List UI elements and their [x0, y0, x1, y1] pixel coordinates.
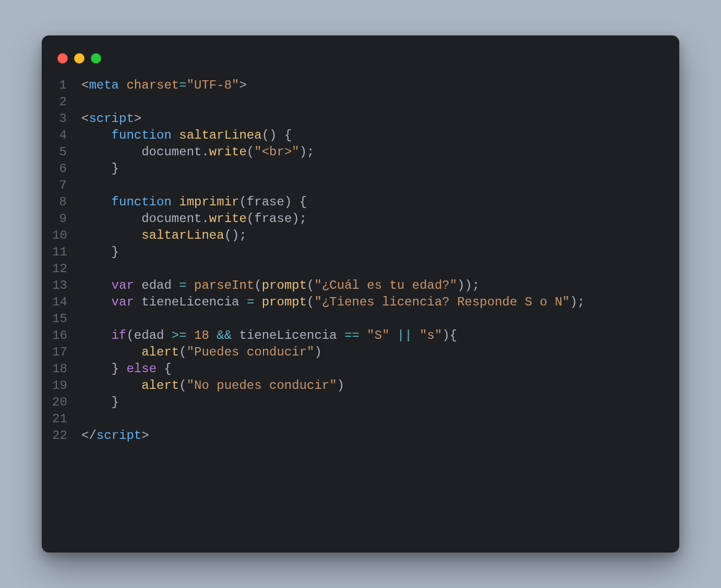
line-content[interactable] — [81, 261, 660, 277]
line-content[interactable]: <script> — [81, 111, 660, 127]
line-number: 20 — [52, 394, 81, 411]
line-content[interactable] — [81, 94, 660, 111]
line-number: 1 — [52, 77, 81, 94]
code-editor-window: 1<meta charset="UTF-8">23<script>4 funct… — [42, 35, 679, 553]
code-line[interactable]: 20 } — [52, 394, 660, 411]
line-number: 9 — [52, 211, 81, 227]
line-content[interactable]: function saltarLinea() { — [81, 127, 660, 144]
close-icon[interactable] — [57, 53, 68, 64]
line-content[interactable]: </script> — [81, 427, 660, 444]
line-content[interactable]: if(edad >= 18 && tieneLicencia == "S" ||… — [81, 327, 660, 344]
code-line[interactable]: 9 document.write(frase); — [52, 211, 660, 227]
line-number: 16 — [52, 327, 81, 344]
line-content[interactable]: } — [81, 394, 660, 411]
code-line[interactable]: 18 } else { — [52, 361, 660, 377]
line-number: 5 — [52, 144, 81, 161]
line-content[interactable] — [81, 411, 660, 427]
code-line[interactable]: 2 — [52, 94, 660, 111]
line-content[interactable]: var edad = parseInt(prompt("¿Cuál es tu … — [81, 277, 660, 294]
line-number: 11 — [52, 244, 81, 261]
code-line[interactable]: 16 if(edad >= 18 && tieneLicencia == "S"… — [52, 327, 660, 344]
line-content[interactable] — [81, 311, 660, 327]
line-number: 3 — [52, 111, 81, 127]
code-line[interactable]: 17 alert("Puedes conducir") — [52, 344, 660, 361]
line-number: 15 — [52, 311, 81, 327]
zoom-icon[interactable] — [91, 53, 101, 64]
code-line[interactable]: 4 function saltarLinea() { — [52, 127, 660, 144]
code-line[interactable]: 11 } — [52, 244, 660, 261]
line-content[interactable]: } — [81, 161, 660, 177]
line-number: 10 — [52, 227, 81, 244]
line-content[interactable]: document.write("<br>"); — [81, 144, 660, 161]
code-line[interactable]: 7 — [52, 177, 660, 194]
code-line[interactable]: 21 — [52, 411, 660, 427]
line-number: 18 — [52, 361, 81, 377]
line-number: 7 — [52, 177, 81, 194]
line-content[interactable]: alert("No puedes conducir") — [81, 377, 660, 394]
line-content[interactable]: var tieneLicencia = prompt("¿Tienes lice… — [81, 294, 660, 311]
line-content[interactable]: } else { — [81, 361, 660, 377]
line-content[interactable]: <meta charset="UTF-8"> — [81, 77, 660, 94]
code-line[interactable]: 3<script> — [52, 111, 660, 127]
line-number: 2 — [52, 94, 81, 111]
line-content[interactable]: function imprimir(frase) { — [81, 194, 660, 211]
code-line[interactable]: 10 saltarLinea(); — [52, 227, 660, 244]
line-content[interactable]: saltarLinea(); — [81, 227, 660, 244]
line-number: 13 — [52, 277, 81, 294]
line-content[interactable] — [81, 177, 660, 194]
line-number: 22 — [52, 427, 81, 444]
line-content[interactable]: document.write(frase); — [81, 211, 660, 227]
code-line[interactable]: 14 var tieneLicencia = prompt("¿Tienes l… — [52, 294, 660, 311]
code-line[interactable]: 12 — [52, 261, 660, 277]
line-content[interactable]: alert("Puedes conducir") — [81, 344, 660, 361]
line-number: 21 — [52, 411, 81, 427]
code-line[interactable]: 5 document.write("<br>"); — [52, 144, 660, 161]
code-line[interactable]: 1<meta charset="UTF-8"> — [52, 77, 660, 94]
line-number: 19 — [52, 377, 81, 394]
code-line[interactable]: 8 function imprimir(frase) { — [52, 194, 660, 211]
code-line[interactable]: 19 alert("No puedes conducir") — [52, 377, 660, 394]
code-line[interactable]: 6 } — [52, 161, 660, 177]
line-number: 6 — [52, 161, 81, 177]
line-number: 17 — [52, 344, 81, 361]
code-block[interactable]: 1<meta charset="UTF-8">23<script>4 funct… — [42, 77, 679, 444]
code-line[interactable]: 15 — [52, 311, 660, 327]
code-line[interactable]: 13 var edad = parseInt(prompt("¿Cuál es … — [52, 277, 660, 294]
line-content[interactable]: } — [81, 244, 660, 261]
line-number: 4 — [52, 127, 81, 144]
line-number: 8 — [52, 194, 81, 211]
window-traffic-lights — [42, 50, 679, 77]
minimize-icon[interactable] — [74, 53, 85, 64]
code-line[interactable]: 22</script> — [52, 427, 660, 444]
line-number: 14 — [52, 294, 81, 311]
line-number: 12 — [52, 261, 81, 277]
